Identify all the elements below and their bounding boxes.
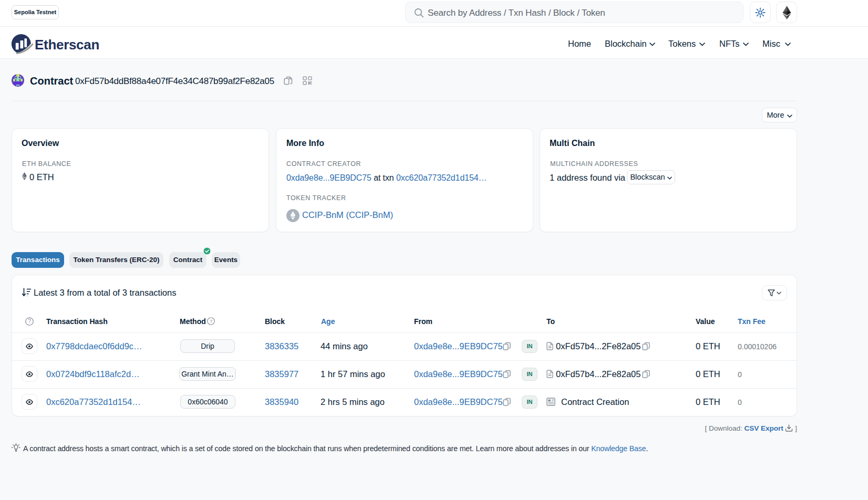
svg-text:?: ? [28,318,31,324]
svg-text:?: ? [210,319,212,324]
